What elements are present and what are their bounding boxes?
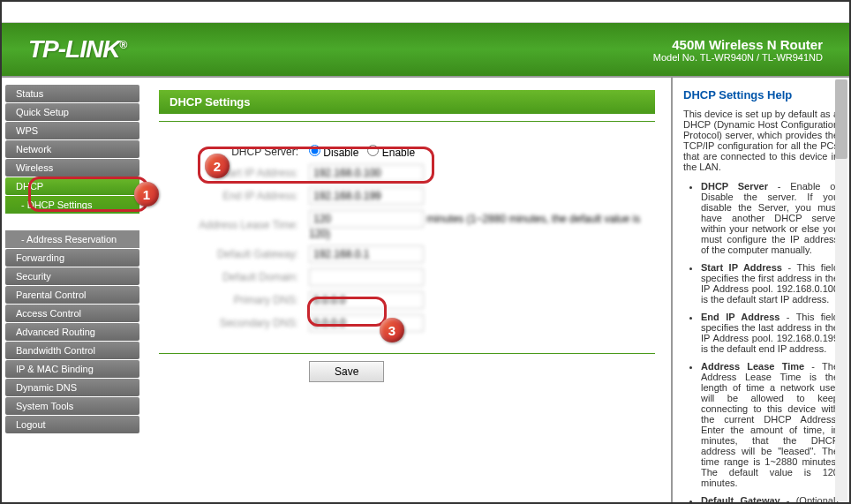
dhcp-disable-option[interactable]: Disable [309, 147, 358, 159]
secondary-dns-label: Secondary DNS: [168, 317, 309, 329]
dhcp-server-label: DHCP Server: [168, 146, 309, 158]
annotation-badge-1: 1 [134, 182, 159, 207]
sidebar-item-logout[interactable]: Logout [5, 416, 139, 433]
annotation-badge-2: 2 [205, 154, 230, 178]
header: TP-LINK® 450M Wireless N Router Model No… [2, 23, 849, 76]
scroll-thumb[interactable] [835, 79, 847, 159]
primary-dns-label: Primary DNS: [168, 294, 309, 306]
sidebar-sub-address-reservation[interactable]: - Address Reservation [5, 230, 139, 248]
help-panel: DHCP Settings Help This device is set up… [673, 78, 849, 502]
sidebar: Status Quick Setup WPS Network Wireless … [2, 78, 143, 502]
sidebar-item-wireless[interactable]: Wireless [5, 159, 139, 177]
help-item: End IP Address - This field specifies th… [701, 312, 839, 354]
product-title: 450M Wireless N Router [653, 37, 823, 52]
sidebar-sub-dhcp-settings[interactable]: - DHCP Settings [5, 196, 139, 214]
sidebar-item-dynamic-dns[interactable]: Dynamic DNS [5, 379, 139, 396]
header-info: 450M Wireless N Router Model No. TL-WR94… [653, 37, 823, 63]
save-button[interactable]: Save [309, 361, 384, 382]
dhcp-enable-radio[interactable] [367, 145, 379, 156]
sidebar-item-access-control[interactable]: Access Control [5, 305, 139, 322]
divider [159, 121, 655, 122]
dhcp-enable-option[interactable]: Enable [367, 147, 415, 159]
sidebar-item-network[interactable]: Network [5, 140, 139, 158]
sidebar-item-quick-setup[interactable]: Quick Setup [5, 103, 139, 121]
sidebar-item-security[interactable]: Security [5, 267, 139, 285]
gateway-label: Default Gateway: [168, 248, 309, 260]
sidebar-item-bandwidth-control[interactable]: Bandwidth Control [5, 342, 139, 359]
window-top-bar [2, 2, 849, 23]
lease-time-input[interactable] [309, 210, 424, 228]
dhcp-disable-radio[interactable] [309, 145, 320, 156]
lease-time-label: Address Lease Time: [168, 219, 309, 231]
start-ip-input[interactable] [309, 164, 424, 182]
secondary-dns-input[interactable] [309, 314, 424, 332]
logo: TP-LINK® [28, 35, 126, 64]
sidebar-item-status[interactable]: Status [5, 85, 139, 102]
help-item: Default Gateway - (Optional) Suggest to … [701, 495, 839, 502]
sidebar-item-system-tools[interactable]: System Tools [5, 397, 139, 415]
sidebar-item-forwarding[interactable]: Forwarding [5, 249, 139, 267]
annotation-badge-3: 3 [380, 318, 404, 342]
domain-input[interactable] [309, 268, 424, 286]
start-ip-label: Start IP Address: [168, 167, 309, 179]
end-ip-label: End IP Address: [168, 190, 309, 202]
help-item: Start IP Address - This field specifies … [701, 262, 839, 305]
end-ip-input[interactable] [309, 187, 424, 205]
model-number: Model No. TL-WR940N / TL-WR941ND [653, 52, 823, 63]
gateway-input[interactable] [309, 245, 424, 263]
sidebar-item-advanced-routing[interactable]: Advanced Routing [5, 323, 139, 341]
domain-label: Default Domain: [168, 271, 309, 283]
sidebar-item-dhcp[interactable]: DHCP [5, 177, 139, 195]
primary-dns-input[interactable] [309, 291, 424, 309]
panel-title: DHCP Settings [159, 90, 655, 114]
help-intro: This device is set up by default as a DH… [683, 109, 839, 172]
help-item: Address Lease Time - The Address Lease T… [701, 361, 839, 488]
help-item: DHCP Server - Enable or Disable the serv… [701, 181, 839, 255]
help-list: DHCP Server - Enable or Disable the serv… [683, 181, 839, 502]
sidebar-item-wps[interactable]: WPS [5, 122, 139, 139]
divider [159, 353, 655, 354]
help-title: DHCP Settings Help [683, 88, 839, 102]
scrollbar[interactable] [835, 79, 847, 501]
sidebar-item-parental-control[interactable]: Parental Control [5, 286, 139, 304]
sidebar-item-ip-mac-binding[interactable]: IP & MAC Binding [5, 360, 139, 378]
content-panel: DHCP Settings DHCP Server: Disable Enabl… [143, 78, 673, 502]
